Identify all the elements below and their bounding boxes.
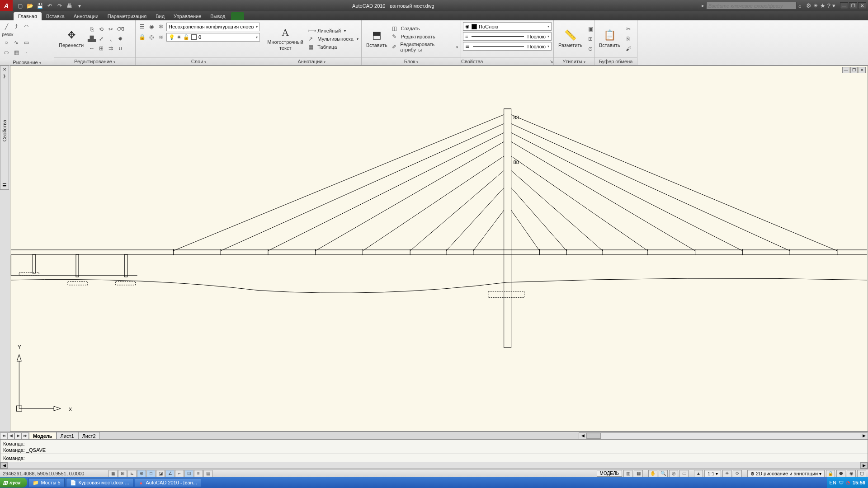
create-block-button[interactable]: ◫Создать — [391, 25, 459, 32]
layer-freeze-icon[interactable]: ❄ — [156, 22, 165, 31]
copy-clip-icon[interactable]: ⎘ — [624, 34, 633, 43]
tab-output[interactable]: Вывод — [206, 12, 230, 20]
tab-annotate[interactable]: Аннотации — [69, 12, 103, 20]
dyn-toggle[interactable]: ⊡ — [184, 470, 193, 477]
steering-wheel-icon[interactable]: ◎ — [669, 470, 678, 477]
pan-icon[interactable]: ✋ — [648, 470, 657, 477]
search-arrow-icon[interactable]: ▸ — [702, 3, 704, 9]
hatch-tool-icon[interactable]: ▦ — [12, 48, 21, 57]
properties-palette-tab[interactable]: ✕ ⟫ Свойства ☰ — [0, 66, 9, 190]
viewport-close-icon[interactable]: ✕ — [859, 67, 866, 73]
favorites-icon[interactable]: ★ — [820, 2, 826, 9]
tray-clock[interactable]: 15:56 — [853, 480, 865, 485]
current-layer-dropdown[interactable]: 💡 ☀ 🔓 0 ▾ — [166, 33, 260, 42]
clean-screen-icon[interactable]: ▢ — [857, 470, 866, 477]
mirror-tool-icon[interactable]: ▟▙ — [87, 34, 96, 43]
search-icon[interactable]: ⌕ — [798, 3, 802, 9]
rectangle-tool-icon[interactable]: ▭ — [22, 38, 31, 47]
layer-match-icon[interactable]: ≋ — [156, 33, 165, 42]
copy-tool-icon[interactable]: ⎘ — [87, 25, 96, 34]
viewport-minimize-icon[interactable]: — — [842, 67, 849, 73]
tab-layout2[interactable]: Лист2 — [78, 432, 100, 439]
coordinates-readout[interactable]: 2946261.4088, 590510.9551, 0.0000 — [0, 471, 108, 476]
id-point-icon[interactable]: ⊙ — [586, 44, 595, 53]
palette-options-icon[interactable]: ☰ — [1, 182, 8, 189]
qat-redo-icon[interactable]: ↷ — [55, 2, 64, 10]
qp-toggle[interactable]: ▤ — [203, 470, 212, 477]
tab-model[interactable]: Модель — [29, 432, 57, 439]
join-tool-icon[interactable]: ∪ — [116, 44, 125, 53]
arc-tool-icon[interactable]: ◠ — [22, 22, 31, 31]
quick-calc-icon[interactable]: ⊞ — [586, 34, 595, 43]
quickview-layouts-icon[interactable]: ▥ — [623, 470, 632, 477]
trim-tool-icon[interactable]: ✂ — [106, 25, 115, 34]
layer-props-icon[interactable]: ☰ — [137, 22, 146, 31]
palette-pin-icon[interactable]: ⟫ — [2, 73, 7, 80]
erase-tool-icon[interactable]: ⌫ — [116, 25, 125, 34]
layout-next-icon[interactable]: ▶ — [14, 432, 22, 439]
viewport-restore-icon[interactable]: ❐ — [850, 67, 858, 73]
taskbar-item-folder[interactable]: 📁Мосты 5 — [28, 478, 65, 487]
explode-tool-icon[interactable]: ✸ — [116, 34, 125, 43]
measure-button[interactable]: 📏 Разметить — [556, 28, 585, 49]
select-all-icon[interactable]: ▣ — [586, 24, 595, 33]
snap-toggle[interactable]: ▦ — [108, 470, 118, 477]
ortho-toggle[interactable]: ⊾ — [127, 470, 137, 477]
command-window[interactable]: Команда: Команда: _QSAVE Команда: ◀ ▶ — [0, 439, 868, 469]
workspace-dropdown[interactable]: ⚙ 2D рисование и аннотации ▾ — [747, 470, 825, 477]
search-input[interactable] — [706, 2, 797, 9]
otrack-toggle[interactable]: ∠ — [165, 470, 175, 477]
tray-shield-icon[interactable]: 🛡 — [839, 480, 844, 485]
tab-home[interactable]: Главная — [14, 12, 42, 20]
array-tool-icon[interactable]: ⊞ — [97, 44, 106, 53]
polar-toggle[interactable]: ⊕ — [137, 470, 146, 477]
tab-express[interactable] — [231, 12, 244, 20]
anno-scale-dropdown[interactable]: 1:1 ▾ — [704, 470, 721, 477]
tab-layout1[interactable]: Лист1 — [57, 432, 78, 439]
mleader-button[interactable]: ↗Мультивыноска▾ — [307, 35, 359, 42]
tab-view[interactable]: Вид — [151, 12, 169, 20]
utils-panel-label[interactable]: Утилиты — [562, 59, 582, 64]
layout-last-icon[interactable]: ⏭ — [22, 432, 29, 439]
zoom-icon[interactable]: 🔍 — [659, 470, 668, 477]
ducs-toggle[interactable]: ⌐ — [175, 470, 184, 477]
scale-tool-icon[interactable]: ⤢ — [97, 34, 106, 43]
annot-panel-label[interactable]: Аннотации — [298, 59, 323, 64]
taskbar-item-word[interactable]: 📄Курсовая мост.docx ... — [66, 478, 133, 487]
minimize-button[interactable]: — — [840, 2, 848, 9]
3dosnap-toggle[interactable]: ◪ — [156, 470, 165, 477]
qat-new-icon[interactable]: ▢ — [15, 2, 24, 10]
stretch-tool-icon[interactable]: ↔ — [87, 44, 96, 53]
line-tool-icon[interactable]: ╱ — [2, 22, 11, 31]
taskbar-item-autocad[interactable]: ▲AutoCAD 2010 - [ван... — [135, 478, 201, 487]
tray-network-icon[interactable]: ◔ — [846, 480, 850, 486]
toolbar-lock-icon[interactable]: 🔒 — [826, 470, 835, 477]
comm-center-icon[interactable]: ⚙ — [806, 2, 811, 9]
hscroll-left-icon[interactable]: ◀ — [579, 433, 586, 439]
point-tool-icon[interactable]: · — [22, 48, 31, 57]
lineweight-dropdown[interactable]: ≡ Послою▾ — [463, 32, 552, 41]
infocenter-dropdown-icon[interactable]: ▾ — [832, 2, 835, 9]
close-button[interactable]: ✕ — [858, 2, 866, 9]
match-props-icon[interactable]: 🖌 — [624, 44, 633, 53]
edit-block-button[interactable]: ✎Редактировать — [391, 33, 459, 40]
layer-lock-icon[interactable]: 🔒 — [137, 33, 146, 42]
annovis-icon[interactable]: ✳ — [722, 470, 731, 477]
annoauto-icon[interactable]: ⟳ — [733, 470, 742, 477]
grid-toggle[interactable]: ⊞ — [118, 470, 127, 477]
tab-insert[interactable]: Вставка — [42, 12, 69, 20]
layout-first-icon[interactable]: ⏮ — [0, 432, 7, 439]
app-logo[interactable]: A — [0, 0, 13, 11]
model-space-button[interactable]: МОДЕЛЬ — [597, 470, 622, 477]
linear-dim-button[interactable]: ⟼Линейный▾ — [307, 27, 359, 34]
command-input[interactable]: Команда: — [0, 454, 868, 462]
hscroll-thumb[interactable] — [586, 433, 601, 439]
quickview-drawings-icon[interactable]: ▦ — [634, 470, 643, 477]
tab-manage[interactable]: Управление — [169, 12, 206, 20]
draw-panel-label[interactable]: Рисование — [13, 60, 38, 65]
start-button[interactable]: ⊞ пуск — [0, 478, 27, 488]
color-dropdown[interactable]: ◉ ПоСлою▾ — [463, 22, 552, 31]
layout-hscroll[interactable]: ◀ ▶ — [579, 432, 868, 439]
drawing-canvas[interactable]: — ❐ ✕ — [10, 66, 868, 432]
lwt-toggle[interactable]: ≡ — [194, 470, 203, 477]
